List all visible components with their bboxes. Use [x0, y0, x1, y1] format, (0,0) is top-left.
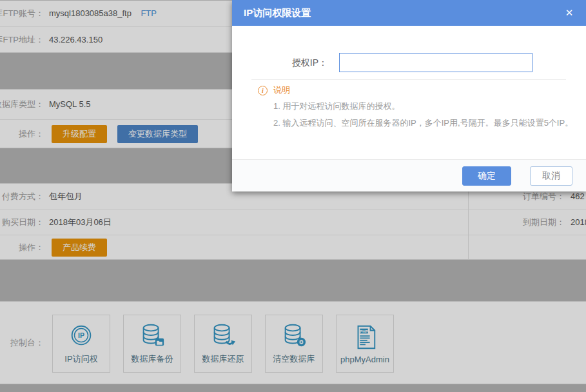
note-item-2: 2. 输入远程访问、空间所在服务器的IP，多个IP用,号隔开。最多只能设置5个I… [273, 117, 573, 129]
dialog-footer: 确定 取消 [232, 159, 586, 191]
auth-ip-label: 授权IP： [292, 57, 327, 69]
dialog-title: IP访问权限设置 [244, 7, 311, 18]
info-icon: i [258, 86, 268, 95]
auth-ip-input[interactable] [339, 53, 532, 72]
ok-button[interactable]: 确定 [462, 166, 511, 186]
ip-access-settings-dialog: IP访问权限设置 ✕ 授权IP： i 说明 1. 用于对远程访问数据库的授权。 … [232, 0, 586, 191]
cancel-button[interactable]: 取消 [530, 166, 572, 186]
note-title: 说明 [273, 84, 290, 96]
note-header: i 说明 [258, 84, 290, 96]
note-item-1: 1. 用于对远程访问数据库的授权。 [273, 101, 400, 112]
close-icon[interactable]: ✕ [562, 0, 577, 26]
divider [251, 79, 566, 80]
dialog-header: IP访问权限设置 ✕ [232, 0, 586, 26]
